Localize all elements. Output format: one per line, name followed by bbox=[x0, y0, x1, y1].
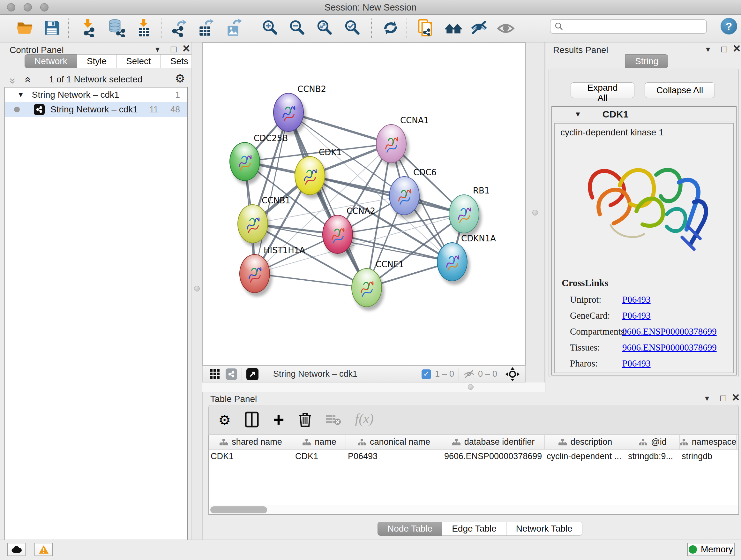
table-row[interactable]: CDK1CDK1P064939606.ENSP00000378699cyclin… bbox=[209, 449, 738, 463]
network-node-cdkn1a[interactable] bbox=[437, 242, 468, 281]
string-home-icon[interactable] bbox=[443, 18, 464, 38]
control-panel-close-icon[interactable]: × bbox=[183, 42, 190, 55]
network-canvas[interactable]: CCNB2CCNA1CDC25BCDK1CDC6RB1CCNB1CCNA2CDK… bbox=[202, 43, 526, 366]
cloud-icon[interactable] bbox=[7, 543, 25, 556]
show-glass-icon[interactable] bbox=[495, 18, 516, 38]
right-splitter[interactable] bbox=[526, 43, 545, 392]
horizontal-splitter-handle[interactable] bbox=[468, 384, 474, 390]
tab-node-table[interactable]: Node Table bbox=[378, 522, 442, 536]
network-node-ccna2[interactable] bbox=[322, 215, 353, 254]
column-header-canonical-name[interactable]: canonical name bbox=[346, 435, 442, 449]
collection-expander-icon[interactable]: ▼ bbox=[17, 91, 24, 99]
network-node-cdk1[interactable] bbox=[294, 156, 325, 195]
table-cell[interactable]: CDK1 bbox=[293, 449, 346, 463]
tab-network-table[interactable]: Network Table bbox=[507, 522, 583, 536]
table-cell[interactable]: CDK1 bbox=[209, 449, 293, 463]
birds-eye-view-icon[interactable] bbox=[210, 369, 220, 380]
import-network-icon[interactable] bbox=[78, 18, 98, 38]
control-panel-float-icon[interactable]: □ bbox=[171, 44, 177, 54]
import-network-from-database-icon[interactable] bbox=[106, 18, 126, 38]
table-gear-icon[interactable]: ⚙ bbox=[218, 411, 231, 429]
open-session-icon[interactable] bbox=[15, 18, 35, 38]
selected-nodes-checkbox-icon[interactable]: ✓ bbox=[421, 369, 431, 379]
network-collection-row[interactable]: ▼ String Network – cdk1 1 bbox=[5, 87, 187, 102]
network-edge[interactable] bbox=[288, 112, 367, 288]
table-cell[interactable]: P06493 bbox=[346, 449, 442, 463]
memory-button[interactable]: Memory bbox=[687, 543, 735, 556]
copy-documents-icon[interactable] bbox=[415, 18, 435, 38]
network-edge[interactable] bbox=[255, 273, 367, 288]
network-node-cdc25b[interactable] bbox=[229, 142, 260, 181]
search-input[interactable] bbox=[564, 22, 698, 32]
zoom-fit-icon[interactable] bbox=[315, 18, 335, 38]
column-header-namespace[interactable]: namespace bbox=[680, 435, 737, 449]
column-header-id[interactable]: @id bbox=[626, 435, 680, 449]
control-panel-menu-icon[interactable]: ▾ bbox=[155, 45, 159, 53]
left-splitter[interactable] bbox=[192, 43, 202, 540]
table-panel-close-icon[interactable]: × bbox=[732, 391, 739, 403]
function-builder-icon[interactable]: f(x) bbox=[355, 411, 374, 429]
table-cell[interactable]: stringdb bbox=[680, 449, 737, 463]
network-node-ccnb1[interactable] bbox=[238, 204, 268, 243]
export-table-icon[interactable] bbox=[195, 18, 216, 38]
help-icon[interactable]: ? bbox=[721, 18, 737, 35]
crosslink-link[interactable]: 9606.ENSP00000378699 bbox=[622, 342, 717, 353]
network-node-ccna1[interactable] bbox=[376, 124, 407, 163]
tab-string[interactable]: String bbox=[625, 54, 668, 68]
results-panel-float-icon[interactable]: □ bbox=[721, 44, 727, 54]
protein-expander-icon[interactable]: ▼ bbox=[575, 110, 582, 118]
crosslink-link[interactable]: 9606.ENSP00000378699 bbox=[622, 326, 717, 337]
export-image-icon[interactable] bbox=[223, 18, 244, 38]
network-row[interactable]: String Network – cdk1 11 48 bbox=[5, 102, 187, 117]
zoom-selected-icon[interactable] bbox=[342, 18, 363, 38]
zoom-out-icon[interactable] bbox=[287, 18, 308, 38]
results-panel-menu-icon[interactable]: ▾ bbox=[706, 45, 710, 53]
network-node-hist1h1a[interactable] bbox=[239, 254, 270, 293]
network-node-ccnb2[interactable] bbox=[273, 93, 304, 132]
left-splitter-handle[interactable] bbox=[194, 286, 200, 292]
horizontal-splitter[interactable] bbox=[202, 382, 545, 392]
add-column-icon[interactable]: + bbox=[273, 411, 284, 429]
table-panel-float-icon[interactable]: □ bbox=[720, 393, 726, 403]
network-options-gear-icon[interactable]: ⚙ bbox=[175, 72, 185, 85]
crosslink-link[interactable]: P06493 bbox=[622, 358, 651, 369]
table-cell[interactable]: cyclin-dependent ... bbox=[545, 449, 626, 463]
network-node-cdc6[interactable] bbox=[389, 176, 420, 215]
network-node-rb1[interactable] bbox=[449, 194, 479, 233]
column-header-database-identifier[interactable]: database identifier bbox=[442, 435, 545, 449]
column-header-shared-name[interactable]: shared name bbox=[209, 435, 293, 449]
hide-glass-icon[interactable] bbox=[469, 18, 489, 38]
network-edge[interactable] bbox=[288, 112, 391, 144]
network-overview-share-icon[interactable] bbox=[226, 368, 237, 380]
crosslink-link[interactable]: P06493 bbox=[622, 310, 651, 321]
save-session-icon[interactable] bbox=[42, 18, 62, 38]
table-cell[interactable]: stringdb:9... bbox=[626, 449, 680, 463]
crosslink-link[interactable]: P06493 bbox=[622, 294, 651, 305]
table-cell[interactable]: 9606.ENSP00000378699 bbox=[442, 449, 545, 463]
zoom-in-icon[interactable] bbox=[260, 18, 280, 38]
collapse-all-button[interactable]: Collapse All bbox=[645, 82, 715, 98]
network-node-ccne1[interactable] bbox=[351, 268, 382, 307]
network-edge[interactable] bbox=[310, 176, 464, 214]
tab-style[interactable]: Style bbox=[77, 54, 117, 68]
expand-all-button[interactable]: Expand All bbox=[570, 82, 634, 98]
open-in-window-icon[interactable] bbox=[246, 368, 259, 380]
import-table-icon[interactable] bbox=[133, 18, 154, 38]
tab-edge-table[interactable]: Edge Table bbox=[442, 522, 507, 536]
warning-icon[interactable] bbox=[35, 543, 53, 556]
delete-column-icon[interactable] bbox=[298, 411, 312, 429]
tab-network[interactable]: Network bbox=[24, 54, 77, 68]
delete-table-icon[interactable] bbox=[326, 411, 341, 429]
refresh-layout-icon[interactable] bbox=[381, 18, 401, 38]
table-horizontal-scrollbar[interactable] bbox=[209, 505, 738, 514]
column-header-name[interactable]: name bbox=[293, 435, 346, 449]
table-panel-menu-icon[interactable]: ▾ bbox=[705, 394, 709, 402]
show-columns-icon[interactable] bbox=[245, 411, 259, 429]
scrollbar-thumb[interactable] bbox=[210, 506, 267, 513]
export-network-icon[interactable] bbox=[168, 18, 189, 38]
results-panel-close-icon[interactable]: × bbox=[733, 42, 740, 55]
column-header-description[interactable]: description bbox=[545, 435, 626, 449]
tab-select[interactable]: Select bbox=[117, 54, 161, 68]
right-splitter-handle[interactable] bbox=[532, 210, 538, 215]
fit-content-crosshair-icon[interactable] bbox=[506, 367, 520, 381]
